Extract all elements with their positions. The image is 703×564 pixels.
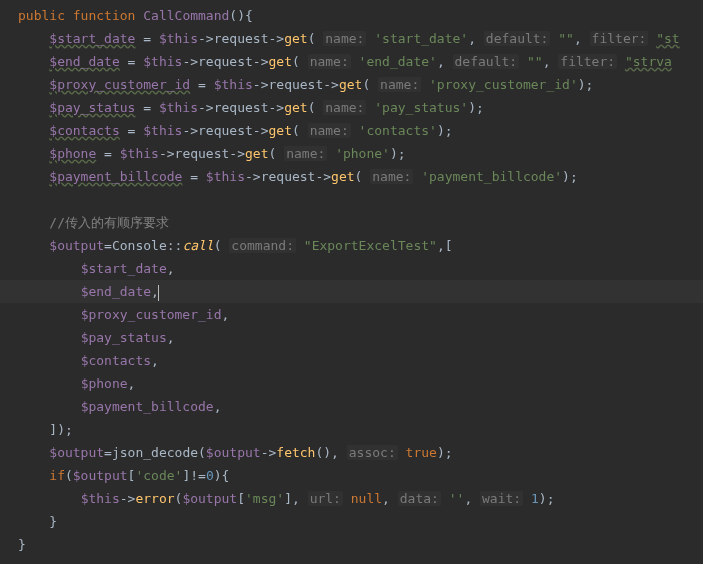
- code-line: $payment_billcode = $this->request->get(…: [18, 165, 703, 188]
- code-line: ]);: [18, 418, 703, 441]
- variable: $end_date: [49, 54, 119, 69]
- code-line: }: [18, 533, 703, 556]
- param-hint: default:: [484, 31, 551, 46]
- code-line: $start_date,: [18, 257, 703, 280]
- variable: $phone: [49, 146, 96, 161]
- code-line: $phone,: [18, 372, 703, 395]
- variable: $pay_status: [49, 100, 135, 115]
- variable: $proxy_customer_id: [49, 77, 190, 92]
- function-name: CallCommand: [143, 8, 229, 23]
- code-line: $payment_billcode,: [18, 395, 703, 418]
- param-hint: url:: [308, 491, 343, 506]
- code-line: }: [18, 510, 703, 533]
- code-line: $pay_status,: [18, 326, 703, 349]
- param-hint: assoc:: [347, 445, 398, 460]
- variable: $payment_billcode: [49, 169, 182, 184]
- comment: //传入的有顺序要求: [49, 215, 169, 230]
- param-hint: command:: [229, 238, 296, 253]
- code-line: $proxy_customer_id,: [18, 303, 703, 326]
- variable: $output: [49, 238, 104, 253]
- code-line: $start_date = $this->request->get( name:…: [18, 27, 703, 50]
- code-line: $output=json_decode($output->fetch(), as…: [18, 441, 703, 464]
- keyword-function: function: [73, 8, 136, 23]
- code-line: $pay_status = $this->request->get( name:…: [18, 96, 703, 119]
- param-hint: name:: [323, 31, 366, 46]
- code-line: $contacts,: [18, 349, 703, 372]
- variable: $start_date: [49, 31, 135, 46]
- code-line: //传入的有顺序要求: [18, 211, 703, 234]
- code-line: $end_date = $this->request->get( name: '…: [18, 50, 703, 73]
- caret-icon: [158, 285, 159, 301]
- code-line: [18, 188, 703, 211]
- code-line: public function CallCommand(){: [18, 4, 703, 27]
- code-line: $proxy_customer_id = $this->request->get…: [18, 73, 703, 96]
- code-line: $output=Console::call( command: "ExportE…: [18, 234, 703, 257]
- keyword-public: public: [18, 8, 65, 23]
- code-editor[interactable]: public function CallCommand(){ $start_da…: [0, 0, 703, 556]
- param-hint: filter:: [590, 31, 649, 46]
- code-line: $phone = $this->request->get( name: 'pho…: [18, 142, 703, 165]
- code-line: $contacts = $this->request->get( name: '…: [18, 119, 703, 142]
- param-hint: wait:: [480, 491, 523, 506]
- code-line: $this->error($output['msg'], url: null, …: [18, 487, 703, 510]
- variable: $contacts: [49, 123, 119, 138]
- param-hint: data:: [398, 491, 441, 506]
- code-line-active: $end_date,: [0, 280, 703, 303]
- code-line: if($output['code']!=0){: [18, 464, 703, 487]
